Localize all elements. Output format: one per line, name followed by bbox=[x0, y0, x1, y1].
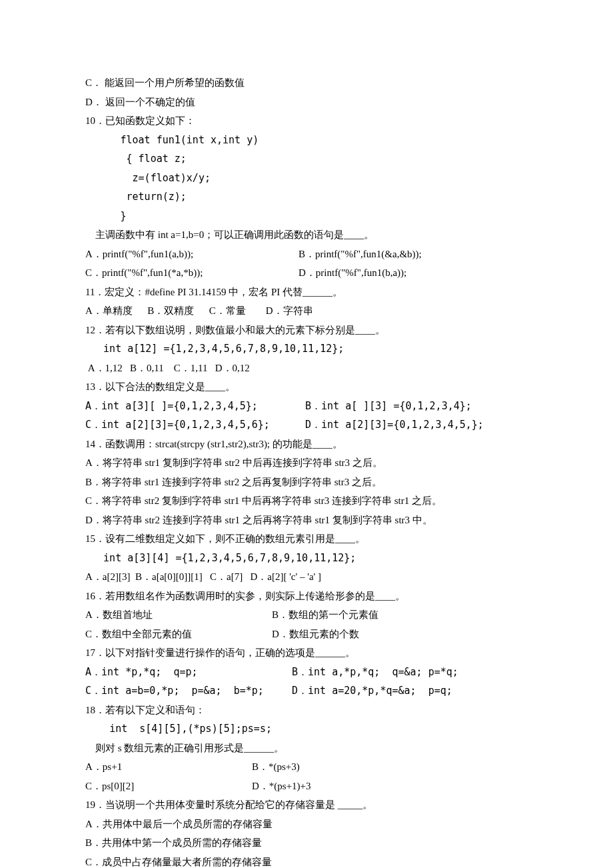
q10-code-line: return(z); bbox=[85, 187, 528, 207]
q14-stem: 14．函数调用：strcat(strcpy (str1,str2),str3);… bbox=[85, 435, 528, 454]
q19-option-b: B．共用体中第一个成员所需的存储容量 bbox=[85, 833, 528, 853]
option-c: C．printf("%f",fun1(*a,*b)); bbox=[85, 263, 299, 283]
option-d: D．int a[2][3]={0,1,2,3,4,5,}; bbox=[305, 415, 484, 435]
option-d: D．数组元素的个数 bbox=[272, 625, 359, 644]
option-b: B．int a[ ][3] ={0,1,2,3,4}; bbox=[305, 397, 472, 416]
option-a: A．ps+1 bbox=[85, 757, 252, 777]
q12-code: int a[12] ={1,2,3,4,5,6,7,8,9,10,11,12}; bbox=[85, 339, 528, 359]
q18-options-cd: C．ps[0][2] D．*(ps+1)+3 bbox=[85, 777, 528, 796]
q10-code-line: float fun1(int x,int y) bbox=[85, 131, 528, 150]
q16-options-cd: C．数组中全部元素的值 D．数组元素的个数 bbox=[85, 625, 528, 644]
q19-option-a: A．共用体中最后一个成员所需的存储容量 bbox=[85, 815, 528, 834]
q18-options-ab: A．ps+1 B．*(ps+3) bbox=[85, 757, 528, 777]
q10-code-line: } bbox=[85, 207, 528, 226]
q10-code-line: { float z; bbox=[85, 149, 528, 169]
q18-code: int s[4][5],(*ps)[5];ps=s; bbox=[85, 719, 528, 739]
q13-options-cd: C．int a[2][3]={0,1,2,3,4,5,6}; D．int a[2… bbox=[85, 415, 528, 435]
option-b: B．printf("%f",fun1(&a,&b)); bbox=[299, 245, 422, 264]
option-c: C．int a[2][3]={0,1,2,3,4,5,6}; bbox=[85, 415, 305, 435]
option-a: A．int a[3][ ]={0,1,2,3,4,5}; bbox=[85, 397, 305, 416]
q18-stem: 18．若有以下定义和语句： bbox=[85, 701, 528, 720]
q17-options-ab: A．int *p,*q; q=p; B．int a,*p,*q; q=&a; p… bbox=[85, 663, 528, 682]
option-a: A．printf("%f",fun1(a,b)); bbox=[85, 245, 299, 264]
option-d: D．*(ps+1)+3 bbox=[252, 777, 311, 796]
q10-stem: 10．已知函数定义如下： bbox=[85, 111, 528, 131]
q15-options: A．a[2][3] B．a[a[0][0]][1] C．a[7] D．a[2][… bbox=[85, 567, 528, 587]
q10-options-cd: C．printf("%f",fun1(*a,*b)); D．printf("%f… bbox=[85, 263, 528, 283]
q10-options-ab: A．printf("%f",fun1(a,b)); B．printf("%f",… bbox=[85, 245, 528, 264]
q17-options-cd: C．int a=b=0,*p; p=&a; b=*p; D．int a=20,*… bbox=[85, 681, 528, 701]
q12-options: A．1,12 B．0,11 C．1,11 D．0,12 bbox=[85, 359, 528, 378]
q14-option-b: B．将字符串 str1 连接到字符串 str2 之后再复制到字符串 str3 之… bbox=[85, 473, 528, 492]
option-d: D． 返回一个不确定的值 bbox=[85, 93, 528, 112]
option-c: C．数组中全部元素的值 bbox=[85, 625, 272, 644]
option-b: B．int a,*p,*q; q=&a; p=*q; bbox=[292, 663, 458, 682]
q10-code-line: z=(float)x/y; bbox=[85, 169, 528, 188]
option-d: D．int a=20,*p,*q=&a; p=q; bbox=[292, 681, 452, 701]
option-a: A．int *p,*q; q=p; bbox=[85, 663, 292, 682]
q19-stem: 19．当说明一个共用体变量时系统分配给它的存储容量是 _____。 bbox=[85, 795, 528, 815]
q16-stem: 16．若用数组名作为函数调用时的实参，则实际上传递给形参的是____。 bbox=[85, 587, 528, 606]
q10-prompt: 主调函数中有 int a=1,b=0；可以正确调用此函数的语句是____。 bbox=[85, 225, 528, 245]
option-b: B．*(ps+3) bbox=[252, 757, 300, 777]
q13-options-ab: A．int a[3][ ]={0,1,2,3,4,5}; B．int a[ ][… bbox=[85, 397, 528, 416]
q14-option-a: A．将字符串 str1 复制到字符串 str2 中后再连接到字符串 str3 之… bbox=[85, 453, 528, 473]
q12-stem: 12．若有以下数组说明，则数值最小和最大的元素下标分别是____。 bbox=[85, 321, 528, 340]
option-b: B．数组的第一个元素值 bbox=[272, 605, 378, 625]
q13-stem: 13．以下合法的数组定义是____。 bbox=[85, 377, 528, 397]
q18-prompt: 则对 s 数组元素的正确引用形式是______。 bbox=[85, 739, 528, 758]
option-c: C．int a=b=0,*p; p=&a; b=*p; bbox=[85, 681, 292, 701]
q15-stem: 15．设有二维数组定义如下，则不正确的数组元素引用是____。 bbox=[85, 529, 528, 549]
q16-options-ab: A．数组首地址 B．数组的第一个元素值 bbox=[85, 605, 528, 625]
q14-option-d: D．将字符串 str2 连接到字符串 str1 之后再将字符串 str1 复制到… bbox=[85, 511, 528, 530]
q15-code: int a[3][4] ={1,2,3,4,5,6,7,8,9,10,11,12… bbox=[85, 549, 528, 568]
option-a: A．数组首地址 bbox=[85, 605, 272, 625]
option-c: C．ps[0][2] bbox=[85, 777, 252, 796]
q11-options: A．单精度 B．双精度 C．常量 D．字符串 bbox=[85, 301, 528, 321]
q11-stem: 11．宏定义：#define PI 31.14159 中，宏名 PI 代替___… bbox=[85, 283, 528, 302]
q19-option-c: C．成员中占存储量最大者所需的存储容量 bbox=[85, 853, 528, 869]
option-d: D．printf("%f",fun1(b,a)); bbox=[299, 263, 406, 283]
option-c: C． 能返回一个用户所希望的函数值 bbox=[85, 73, 528, 93]
q14-option-c: C．将字符串 str2 复制到字符串 str1 中后再将字符串 str3 连接到… bbox=[85, 491, 528, 511]
q17-stem: 17．以下对指针变量进行操作的语句，正确的选项是______。 bbox=[85, 643, 528, 663]
